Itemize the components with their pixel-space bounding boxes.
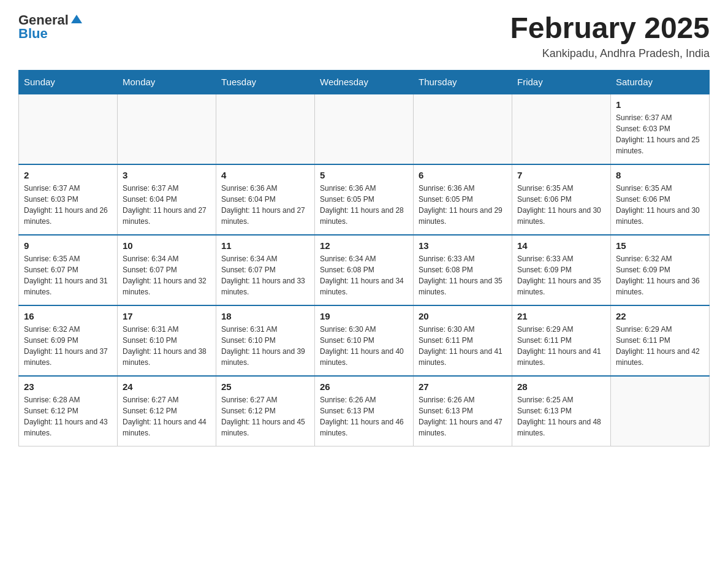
day-info: Sunrise: 6:36 AMSunset: 6:05 PMDaylight:… xyxy=(419,183,507,227)
calendar-cell: 26Sunrise: 6:26 AMSunset: 6:13 PMDayligh… xyxy=(315,376,414,446)
day-number: 26 xyxy=(320,381,408,392)
calendar-cell: 13Sunrise: 6:33 AMSunset: 6:08 PMDayligh… xyxy=(414,235,512,305)
day-number: 15 xyxy=(616,240,704,251)
calendar-cell xyxy=(611,376,710,446)
calendar-cell: 21Sunrise: 6:29 AMSunset: 6:11 PMDayligh… xyxy=(512,305,611,376)
day-info: Sunrise: 6:26 AMSunset: 6:13 PMDaylight:… xyxy=(320,394,408,439)
logo-blue: Blue xyxy=(18,26,82,42)
calendar-week-3: 9Sunrise: 6:35 AMSunset: 6:07 PMDaylight… xyxy=(19,235,710,305)
calendar-cell: 25Sunrise: 6:27 AMSunset: 6:12 PMDayligh… xyxy=(216,376,315,446)
day-info: Sunrise: 6:33 AMSunset: 6:08 PMDaylight:… xyxy=(419,253,507,297)
day-info: Sunrise: 6:31 AMSunset: 6:10 PMDaylight:… xyxy=(221,324,309,368)
day-number: 22 xyxy=(616,311,704,321)
day-info: Sunrise: 6:35 AMSunset: 6:06 PMDaylight:… xyxy=(616,183,704,227)
day-number: 28 xyxy=(517,381,605,392)
column-header-wednesday: Wednesday xyxy=(315,70,414,94)
calendar-cell: 23Sunrise: 6:28 AMSunset: 6:12 PMDayligh… xyxy=(19,376,118,446)
day-number: 18 xyxy=(221,311,309,321)
day-info: Sunrise: 6:37 AMSunset: 6:04 PMDaylight:… xyxy=(123,183,211,227)
day-info: Sunrise: 6:32 AMSunset: 6:09 PMDaylight:… xyxy=(616,253,704,297)
month-title: February 2025 xyxy=(510,12,710,45)
location-subtitle: Kankipadu, Andhra Pradesh, India xyxy=(510,47,710,60)
day-info: Sunrise: 6:34 AMSunset: 6:08 PMDaylight:… xyxy=(320,253,408,297)
calendar-week-5: 23Sunrise: 6:28 AMSunset: 6:12 PMDayligh… xyxy=(19,376,710,446)
column-header-saturday: Saturday xyxy=(611,70,710,94)
day-info: Sunrise: 6:35 AMSunset: 6:06 PMDaylight:… xyxy=(517,183,605,227)
calendar-cell: 5Sunrise: 6:36 AMSunset: 6:05 PMDaylight… xyxy=(315,164,414,235)
day-info: Sunrise: 6:37 AMSunset: 6:03 PMDaylight:… xyxy=(24,183,112,227)
calendar-cell: 28Sunrise: 6:25 AMSunset: 6:13 PMDayligh… xyxy=(512,376,611,446)
calendar-cell: 10Sunrise: 6:34 AMSunset: 6:07 PMDayligh… xyxy=(118,235,216,305)
day-number: 14 xyxy=(517,240,605,251)
calendar-cell: 4Sunrise: 6:36 AMSunset: 6:04 PMDaylight… xyxy=(216,164,315,235)
day-info: Sunrise: 6:27 AMSunset: 6:12 PMDaylight:… xyxy=(123,394,211,439)
column-header-friday: Friday xyxy=(512,70,611,94)
day-info: Sunrise: 6:37 AMSunset: 6:03 PMDaylight:… xyxy=(616,112,704,156)
day-number: 20 xyxy=(419,311,507,321)
logo: General Blue xyxy=(18,12,82,42)
calendar-cell: 22Sunrise: 6:29 AMSunset: 6:11 PMDayligh… xyxy=(611,305,710,376)
day-number: 23 xyxy=(24,381,112,392)
day-info: Sunrise: 6:33 AMSunset: 6:09 PMDaylight:… xyxy=(517,253,605,297)
calendar-cell: 7Sunrise: 6:35 AMSunset: 6:06 PMDaylight… xyxy=(512,164,611,235)
title-section: February 2025 Kankipadu, Andhra Pradesh,… xyxy=(510,12,710,60)
calendar-cell: 19Sunrise: 6:30 AMSunset: 6:10 PMDayligh… xyxy=(315,305,414,376)
day-number: 10 xyxy=(123,240,211,251)
day-number: 12 xyxy=(320,240,408,251)
calendar-cell: 1Sunrise: 6:37 AMSunset: 6:03 PMDaylight… xyxy=(611,94,710,164)
calendar-cell: 8Sunrise: 6:35 AMSunset: 6:06 PMDaylight… xyxy=(611,164,710,235)
calendar-week-4: 16Sunrise: 6:32 AMSunset: 6:09 PMDayligh… xyxy=(19,305,710,376)
calendar-cell xyxy=(414,94,512,164)
calendar-cell: 15Sunrise: 6:32 AMSunset: 6:09 PMDayligh… xyxy=(611,235,710,305)
calendar-cell: 9Sunrise: 6:35 AMSunset: 6:07 PMDaylight… xyxy=(19,235,118,305)
day-number: 21 xyxy=(517,311,605,321)
day-number: 4 xyxy=(221,170,309,180)
day-number: 5 xyxy=(320,170,408,180)
calendar-cell: 27Sunrise: 6:26 AMSunset: 6:13 PMDayligh… xyxy=(414,376,512,446)
day-number: 11 xyxy=(221,240,309,251)
day-info: Sunrise: 6:31 AMSunset: 6:10 PMDaylight:… xyxy=(123,324,211,368)
day-info: Sunrise: 6:30 AMSunset: 6:10 PMDaylight:… xyxy=(320,324,408,368)
calendar-cell: 24Sunrise: 6:27 AMSunset: 6:12 PMDayligh… xyxy=(118,376,216,446)
day-number: 1 xyxy=(616,99,704,110)
day-info: Sunrise: 6:36 AMSunset: 6:05 PMDaylight:… xyxy=(320,183,408,227)
page-header: General Blue February 2025 Kankipadu, An… xyxy=(18,12,710,60)
day-number: 16 xyxy=(24,311,112,321)
day-info: Sunrise: 6:27 AMSunset: 6:12 PMDaylight:… xyxy=(221,394,309,439)
calendar-header: SundayMondayTuesdayWednesdayThursdayFrid… xyxy=(19,70,710,94)
day-info: Sunrise: 6:29 AMSunset: 6:11 PMDaylight:… xyxy=(517,324,605,368)
day-info: Sunrise: 6:28 AMSunset: 6:12 PMDaylight:… xyxy=(24,394,112,439)
day-number: 7 xyxy=(517,170,605,180)
calendar-cell: 6Sunrise: 6:36 AMSunset: 6:05 PMDaylight… xyxy=(414,164,512,235)
day-info: Sunrise: 6:26 AMSunset: 6:13 PMDaylight:… xyxy=(419,394,507,439)
calendar-cell: 18Sunrise: 6:31 AMSunset: 6:10 PMDayligh… xyxy=(216,305,315,376)
day-number: 19 xyxy=(320,311,408,321)
day-number: 9 xyxy=(24,240,112,251)
day-info: Sunrise: 6:36 AMSunset: 6:04 PMDaylight:… xyxy=(221,183,309,227)
calendar-cell xyxy=(315,94,414,164)
calendar-cell xyxy=(216,94,315,164)
calendar-cell: 3Sunrise: 6:37 AMSunset: 6:04 PMDaylight… xyxy=(118,164,216,235)
calendar-week-1: 1Sunrise: 6:37 AMSunset: 6:03 PMDaylight… xyxy=(19,94,710,164)
day-number: 27 xyxy=(419,381,507,392)
day-number: 13 xyxy=(419,240,507,251)
day-info: Sunrise: 6:34 AMSunset: 6:07 PMDaylight:… xyxy=(221,253,309,297)
calendar-body: 1Sunrise: 6:37 AMSunset: 6:03 PMDaylight… xyxy=(19,94,710,446)
calendar-cell: 16Sunrise: 6:32 AMSunset: 6:09 PMDayligh… xyxy=(19,305,118,376)
calendar-cell: 12Sunrise: 6:34 AMSunset: 6:08 PMDayligh… xyxy=(315,235,414,305)
day-number: 8 xyxy=(616,170,704,180)
day-number: 2 xyxy=(24,170,112,180)
header-row: SundayMondayTuesdayWednesdayThursdayFrid… xyxy=(19,70,710,94)
day-number: 24 xyxy=(123,381,211,392)
day-number: 17 xyxy=(123,311,211,321)
day-info: Sunrise: 6:32 AMSunset: 6:09 PMDaylight:… xyxy=(24,324,112,368)
day-number: 6 xyxy=(419,170,507,180)
day-number: 25 xyxy=(221,381,309,392)
day-number: 3 xyxy=(123,170,211,180)
column-header-monday: Monday xyxy=(118,70,216,94)
calendar-cell xyxy=(118,94,216,164)
calendar-table: SundayMondayTuesdayWednesdayThursdayFrid… xyxy=(18,70,710,446)
calendar-cell xyxy=(512,94,611,164)
calendar-cell: 2Sunrise: 6:37 AMSunset: 6:03 PMDaylight… xyxy=(19,164,118,235)
column-header-sunday: Sunday xyxy=(19,70,118,94)
